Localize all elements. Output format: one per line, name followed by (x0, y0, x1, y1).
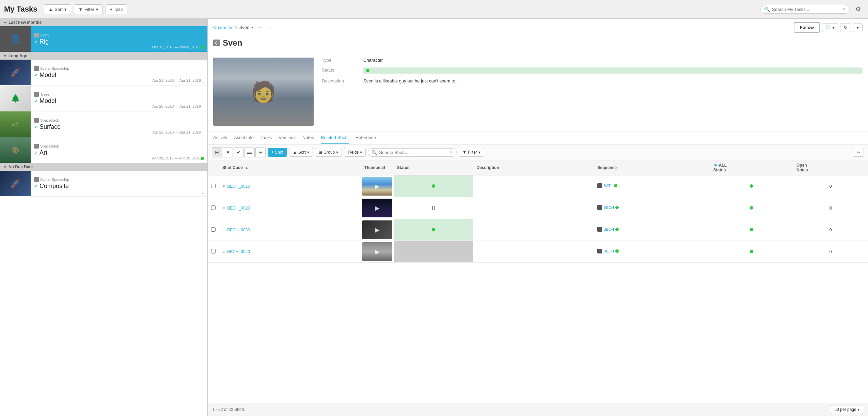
all-status-dot (750, 206, 753, 210)
sort-asc-icon: ▲ (245, 166, 248, 170)
list-view-button[interactable]: ≡ (223, 147, 233, 157)
chevron-down-icon: ▼ (3, 21, 7, 25)
section-last-few-months[interactable]: ▼ Last Few Months (0, 19, 207, 26)
add-shot-button[interactable]: + Shot (268, 148, 287, 157)
tab-related-shots[interactable]: Related Shots (321, 132, 349, 144)
col-all-status[interactable]: ≫ ALLStatus (710, 160, 793, 175)
sequence-link[interactable]: BECH (603, 205, 614, 210)
sequence-link[interactable]: BECH (603, 249, 614, 253)
columns-button[interactable]: ⇔ (853, 148, 864, 157)
chevron-down-icon: ▼ (3, 54, 7, 58)
col-shot-code[interactable]: Shot Code ▲ (219, 160, 361, 175)
task-info: Svens Spaceship ✔ Composite (31, 171, 199, 196)
grid-view-button[interactable]: ⊞ (212, 147, 222, 157)
detail-section: 🧑 Type Character Status (208, 52, 868, 132)
follow-button[interactable]: Follow (794, 22, 820, 33)
col-open-notes[interactable]: OpenNotes (793, 160, 868, 175)
pagination-info: 1 - 22 of 22 Shots (212, 407, 245, 412)
filter-icon: ▼ (78, 7, 83, 12)
breadcrumb: Character > Sven ▾ ← → Follow 📄 ▾ (213, 22, 863, 33)
filter-shots-button[interactable]: ▼ Filter ▾ (459, 148, 484, 157)
table-view-button[interactable]: ⊟ (255, 147, 266, 157)
document-icon: 📄 (826, 25, 831, 30)
check-icon: ✔ (34, 73, 38, 78)
shot-code-link[interactable]: BECH_0040 (227, 249, 250, 254)
task-info: Spacetrack ✔ Art (31, 137, 149, 163)
refresh-icon: ↻ (844, 25, 847, 30)
col-description[interactable]: Description (473, 160, 594, 175)
nav-prev-button[interactable]: ← (256, 24, 265, 31)
section-long-ago[interactable]: ▼ Long Ago (0, 52, 207, 60)
col-thumbnail[interactable]: Thumbnail (361, 160, 394, 175)
status-bar[interactable] (363, 67, 863, 74)
search-input[interactable] (772, 7, 840, 12)
check-view-button[interactable]: ✔ (234, 147, 244, 157)
refresh-button[interactable]: ↻ (840, 23, 851, 32)
nav-next-button[interactable]: → (266, 24, 274, 31)
section-no-due-date[interactable]: ▼ No Due Date (0, 163, 207, 171)
sort-chevron-icon: ▾ (64, 7, 67, 12)
shot-table-wrap: Shot Code ▲ Thumbnail Status Description… (208, 160, 868, 403)
task-info: Trees ✔ Model (31, 86, 149, 111)
row-checkbox[interactable] (211, 227, 216, 232)
row-icon: ≡ (222, 249, 225, 254)
shot-table: Shot Code ▲ Thumbnail Status Description… (208, 160, 868, 263)
tab-tasks[interactable]: Tasks (261, 132, 272, 144)
play-icon: ▶ (375, 183, 380, 190)
entity-type-icon (34, 66, 39, 71)
list-item[interactable]: 🚀 Svens Spaceship ✔ Composite _ (0, 171, 207, 197)
breadcrumb-parent[interactable]: Character (213, 25, 233, 30)
shots-search-input[interactable] (379, 150, 447, 155)
row-checkbox[interactable] (211, 184, 216, 188)
top-bar: My Tasks ▲ Sort ▾ ▼ Filter ▾ + Task 🔍 ✕ … (0, 0, 868, 19)
sequence-badge: BECH (597, 205, 619, 210)
tab-versions[interactable]: Versions (279, 132, 296, 144)
list-item[interactable]: 🌲 Trees ✔ Model Apr 20, 2016 — Apr 21, 2… (0, 86, 207, 111)
col-status[interactable]: Status (394, 160, 473, 175)
sort-button[interactable]: ▲ Sort ▾ (44, 4, 71, 14)
list-item[interactable]: 👤 Sven ✔ Rig Oct 31, 2016 — Nov 8, 2016 (0, 26, 207, 52)
clear-shots-search-icon[interactable]: ✕ (449, 150, 453, 155)
row-checkbox[interactable] (211, 205, 216, 210)
list-item[interactable]: 🏎 Spacetrack ✔ Surface Apr 21, 2016 — Ap… (0, 111, 207, 137)
sort-shots-button[interactable]: ▲ Sort ▾ (289, 148, 313, 157)
doc-chevron-icon: ▾ (832, 25, 834, 30)
settings-icon[interactable]: ⚙ (852, 3, 864, 15)
seq-status-dot (614, 184, 617, 187)
group-button[interactable]: ⊞ Group ▾ (315, 148, 342, 157)
tab-asset-info[interactable]: Asset Info (234, 132, 254, 144)
entity-title: ⬡ Sven (213, 35, 863, 52)
sequence-badge: SATL (597, 183, 617, 188)
document-button[interactable]: 📄 ▾ (822, 23, 838, 32)
shot-code-link[interactable]: BECH_0030 (227, 228, 250, 232)
per-page-selector[interactable]: 50 per page ▾ (831, 405, 863, 414)
tab-notes[interactable]: Notes (302, 132, 314, 144)
sequence-link[interactable]: SATL (603, 184, 613, 188)
app-container: My Tasks ▲ Sort ▾ ▼ Filter ▾ + Task 🔍 ✕ … (0, 0, 868, 416)
tab-activity[interactable]: Activity (213, 132, 227, 144)
task-thumbnail: 🚀 (0, 171, 31, 196)
filter-button[interactable]: ▼ Filter ▾ (74, 4, 103, 14)
shot-toolbar: ⊞ ≡ ✔ ▬ ⊟ + Shot ▲ Sort ▾ (208, 144, 868, 160)
sort-chevron-icon: ▾ (307, 150, 309, 155)
breadcrumb-dropdown-icon[interactable]: ▾ (251, 26, 253, 29)
sequence-badge: BECH (597, 227, 619, 232)
tab-reference[interactable]: Reference (356, 132, 376, 144)
fields-button[interactable]: Fields ▾ (344, 148, 366, 157)
add-task-button[interactable]: + Task (106, 4, 127, 14)
split-view-button[interactable]: ▬ (244, 147, 255, 157)
list-item[interactable]: 🎨 Spacetrack ✔ Art Apr 20, 2016 — Apr 20… (0, 137, 207, 163)
sequence-link[interactable]: BECH (603, 227, 614, 231)
col-sequence[interactable]: Sequence (594, 160, 710, 175)
col-checkbox (208, 160, 219, 175)
list-item[interactable]: 🚀 Svens Spaceship ✔ Model Apr 21, 2016 —… (0, 60, 207, 86)
shot-code-link[interactable]: BECH_0020 (227, 206, 250, 211)
row-checkbox[interactable] (211, 249, 216, 253)
shot-code-link[interactable]: BECH_0010 (227, 184, 250, 189)
clear-search-icon[interactable]: ✕ (842, 7, 846, 12)
row-icon: ≡ (222, 184, 225, 189)
table-row: ≡ BECH_0030 ▶ (208, 219, 868, 241)
task-thumbnail: 👤 (0, 26, 31, 52)
search-bar: 🔍 ✕ (760, 5, 850, 14)
more-button[interactable]: ▾ (853, 23, 863, 32)
